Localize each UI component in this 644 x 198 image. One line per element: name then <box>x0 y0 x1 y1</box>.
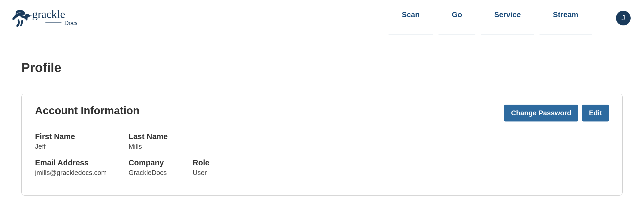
email-value: jmills@grackledocs.com <box>35 169 123 177</box>
content: Profile Account Information Change Passw… <box>0 36 644 196</box>
grackle-bird-icon: grackle Docs <box>8 5 88 31</box>
header: grackle Docs Scan Go Service Stream J <box>0 0 644 36</box>
edit-button[interactable]: Edit <box>582 105 609 121</box>
logo[interactable]: grackle Docs <box>8 5 88 31</box>
nav-divider <box>605 11 605 25</box>
nav: Scan Go Service Stream J <box>386 5 636 31</box>
card-title: Account Information <box>35 105 139 117</box>
email-label: Email Address <box>35 158 123 167</box>
nav-item-stream[interactable]: Stream <box>537 5 594 31</box>
svg-text:grackle: grackle <box>32 8 65 20</box>
nav-item-scan[interactable]: Scan <box>386 5 436 31</box>
last-name-value: Mills <box>129 143 217 150</box>
role-value: User <box>193 169 251 177</box>
card-actions: Change Password Edit <box>504 105 609 121</box>
avatar[interactable]: J <box>616 11 631 25</box>
company-label: Company <box>129 158 187 167</box>
company-value: GrackleDocs <box>129 169 187 177</box>
change-password-button[interactable]: Change Password <box>504 105 578 121</box>
svg-point-0 <box>25 14 30 18</box>
svg-text:Docs: Docs <box>64 19 77 26</box>
first-name-label: First Name <box>35 132 123 141</box>
nav-item-go[interactable]: Go <box>436 5 478 31</box>
nav-item-service[interactable]: Service <box>478 5 537 31</box>
field-first-name: First Name Jeff <box>35 132 123 150</box>
fields: First Name Jeff Last Name Mills Email Ad… <box>35 132 609 185</box>
role-label: Role <box>193 158 251 167</box>
field-company: Company GrackleDocs <box>129 158 187 177</box>
first-name-value: Jeff <box>35 143 123 150</box>
last-name-label: Last Name <box>129 132 217 141</box>
field-email: Email Address jmills@grackledocs.com <box>35 158 123 177</box>
account-card: Account Information Change Password Edit… <box>21 94 623 196</box>
field-role: Role User <box>193 158 251 177</box>
page-title: Profile <box>21 60 623 75</box>
card-header: Account Information Change Password Edit <box>35 105 609 121</box>
field-last-name: Last Name Mills <box>129 132 217 150</box>
